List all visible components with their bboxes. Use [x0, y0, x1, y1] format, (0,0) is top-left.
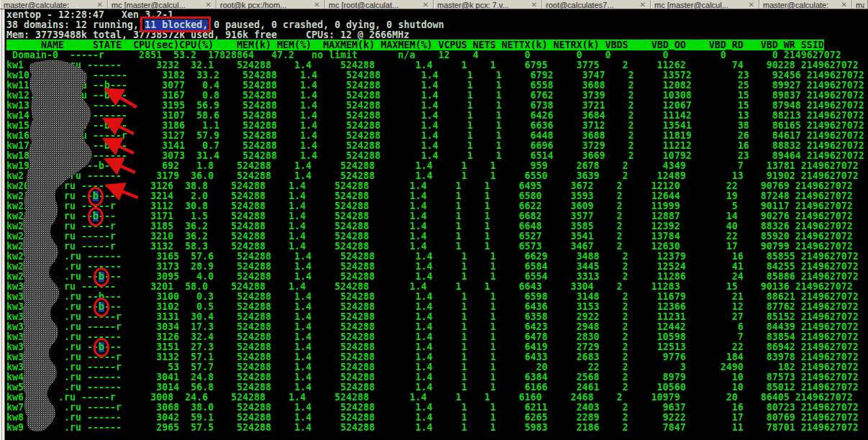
- table-row: kw18 .ru ------ 3073 31.4 524288 1.4 524…: [6, 151, 864, 161]
- terminal-tab-8[interactable]: master@calculate:✕: [759, 0, 852, 9]
- table-row: kw12. .ru --b--- 3167 0.8 524288 1.4 524…: [6, 91, 864, 101]
- table-row: kw23 ru --b--- 3171 1.5 524288 1.4 52428…: [6, 211, 864, 221]
- table-row: kw30 .ru --b--- 3100 0.3 524288 1.4 5242…: [6, 292, 864, 302]
- table-row: kw16 b.ru -----r 3127 57.9 524288 1.4 52…: [6, 131, 864, 141]
- blocked-state-b-highlight: b: [93, 211, 99, 221]
- table-row: Domain-0 -----r 2851 53.2 17828864 47.2 …: [6, 50, 864, 60]
- red-box-annotation: 11 blocked,: [145, 19, 208, 30]
- blocked-state-b-highlight: b: [99, 302, 104, 312]
- domain-table: Domain-0 -----r 2851 53.2 17828864 47.2 …: [6, 50, 864, 433]
- table-row: kw25 ru -----r 3210 36.2 524288 1.4 5242…: [6, 232, 864, 242]
- red-circle-annotation: [88, 187, 104, 206]
- tab-label: root@calculates7...: [546, 0, 637, 9]
- domains-summary-line: 38 domains: 12 running, 11 blocked, 0 pa…: [6, 20, 864, 30]
- table-row: kw14 b.ru ------ 3107 58.6 524288 1.4 52…: [6, 111, 864, 121]
- terminal-tab-1[interactable]: master@calculate:✕: [0, 0, 108, 9]
- table-row: kw37 .ru -----r 3132 57.1 524288 1.4 524…: [6, 352, 864, 362]
- terminal-tab-9[interactable]: mas: [852, 0, 868, 9]
- tab-close-icon[interactable]: ✕: [637, 0, 647, 9]
- table-row: kw29 .ru --b--- 3095 4.0 524288 1.4 5242…: [6, 272, 864, 282]
- table-row: kw17 b.ru --b--- 3141 0.7 524288 1.4 524…: [6, 141, 864, 151]
- table-row: kw20 ru ------ 3126 38.8 524288 1.4 5242…: [6, 181, 864, 191]
- red-circle-annotation: [93, 298, 109, 317]
- blocked-state-b-highlight: b: [93, 191, 99, 201]
- xentop-terminal-window: master@calculate:✕mc [master@calcul...✕r…: [0, 0, 868, 440]
- table-row: kw33 .ru -----r 3034 17.3 524288 1.4 524…: [6, 322, 864, 332]
- table-row: kw1 .ru ------ 3232 32.1 524288 1.4 5242…: [6, 60, 864, 70]
- table-row: kw3. ru ------ 3201 58.0 524288 1.4 5242…: [6, 282, 864, 292]
- memory-summary-line: Mem: 37739488k total, 37738572k used, 91…: [6, 30, 864, 40]
- table-row: kw7 .ru -----r 3068 38.0 524288 1.4 5242…: [6, 403, 864, 413]
- tab-label: mc [master@calcul...: [654, 0, 746, 9]
- terminal-tab-7[interactable]: mc [master@calcul...✕: [651, 0, 759, 9]
- table-row: kw19 .ru --b--- 692 1.8 524288 1.4 52428…: [6, 161, 864, 171]
- tab-close-icon[interactable]: ✕: [839, 0, 849, 9]
- table-row: kw26 ru -----r 3132 58.3 524288 1.4 5242…: [6, 242, 864, 252]
- terminal-tab-4[interactable]: mc [root@calculat...✕: [325, 0, 434, 9]
- terminal-tab-6[interactable]: root@calculates7...✕: [542, 0, 651, 9]
- table-row: kw34 .ru ------ 3126 32.4 524288 1.4 524…: [6, 332, 864, 342]
- table-row: kw10. .ru ------ 3182 33.2 524288 1.4 52…: [6, 70, 864, 81]
- table-row: kw8 .ru ------ 3042 59.1 524288 1.4 5242…: [6, 413, 864, 423]
- terminal-tab-5[interactable]: master@k pcx: 7.v...✕: [434, 0, 542, 9]
- table-row: kw4. .ru ------ 3041 24.8 524288 1.4 524…: [6, 372, 864, 382]
- tab-label: mas: [856, 0, 864, 9]
- red-circle-annotation: [93, 267, 109, 287]
- tab-close-icon[interactable]: ✕: [94, 0, 104, 9]
- terminal-tab-2[interactable]: mc [master@calcul...✕: [108, 0, 216, 9]
- tab-close-icon[interactable]: ✕: [529, 0, 539, 9]
- red-circle-annotation: [93, 338, 109, 357]
- terminal-tab-bar: master@calculate:✕mc [master@calcul...✕r…: [0, 0, 868, 9]
- table-row: kw6 .ru -----r 3008 24.6 524288 1.4 5242…: [6, 393, 864, 403]
- tab-close-icon[interactable]: ✕: [311, 0, 321, 9]
- tab-label: mc [root@calculat...: [329, 0, 420, 9]
- tab-label: mc [master@calcul...: [111, 0, 203, 9]
- terminal-content: xentop - 12:28:47 Xen 3.2-1 38 domains: …: [6, 10, 864, 433]
- tab-label: master@calculate:: [763, 0, 839, 9]
- blocked-count-highlight: 11 blocked,: [145, 19, 208, 30]
- table-row: kw32 .ru -----r 3131 30.4 524288 1.4 524…: [6, 312, 864, 322]
- column-header-row: NAME STATE CPU(sec)CPU(%) MEM(k) MEM(%) …: [6, 40, 864, 50]
- table-row: kw28 .ru ------ 3173 28.9 524288 1.4 524…: [6, 262, 864, 272]
- table-row: kw27 .ru ------ 3165 57.6 524288 1.4 524…: [6, 252, 864, 262]
- tab-close-icon[interactable]: ✕: [420, 0, 430, 9]
- table-row: kw11. .ru --b--- 3077 0.4 524288 1.4 524…: [6, 81, 864, 91]
- table-row: kw24 ru -----r 3185 36.2 524288 1.4 5242…: [6, 221, 864, 232]
- terminal-scrollbar[interactable]: [0, 9, 5, 440]
- tab-close-icon[interactable]: ✕: [203, 0, 213, 9]
- table-row: kw13 n.ru ------ 3195 56.9 524288 1.4 52…: [6, 101, 864, 111]
- blocked-state-b-highlight: b: [99, 272, 104, 282]
- table-row: kw9 .ru ------ 2965 57.5 524288 1.4 5242…: [6, 423, 864, 433]
- table-row: kw2 .ru ------ 3179 36.0 524288 1.4 5242…: [6, 171, 864, 181]
- red-circle-annotation: [88, 207, 104, 226]
- table-row: kw35 .ru --b--- 3151 27.3 524288 1.4 524…: [6, 342, 864, 352]
- tab-label: root@k pcx:/hom...: [220, 0, 311, 9]
- table-row: kw21 ru --b--- 3214 2.0 524288 1.4 52428…: [6, 191, 864, 201]
- table-row: kw31 .ru --b--- 3102 0.5 524288 1.4 5242…: [6, 302, 864, 312]
- table-row: kw5. .ru ------ 3014 56.8 524288 1.4 524…: [6, 382, 864, 393]
- tab-label: master@k pcx: 7.v...: [437, 0, 529, 9]
- terminal-tab-3[interactable]: root@k pcx:/hom...✕: [216, 0, 325, 9]
- table-row: kw38 .ru -----r 53 57.7 524288 1.4 52428…: [6, 362, 864, 372]
- tab-label: master@calculate:: [4, 0, 94, 9]
- table-row: kw15 b.ru --b--- 3186 1.1 524288 1.4 524…: [6, 121, 864, 131]
- table-row: kw22 ru -----r 3112 30.8 524288 1.4 5242…: [6, 201, 864, 211]
- xentop-title-line: xentop - 12:28:47 Xen 3.2-1: [6, 10, 864, 20]
- tab-close-icon[interactable]: ✕: [746, 0, 756, 9]
- blocked-state-b-highlight: b: [99, 342, 104, 352]
